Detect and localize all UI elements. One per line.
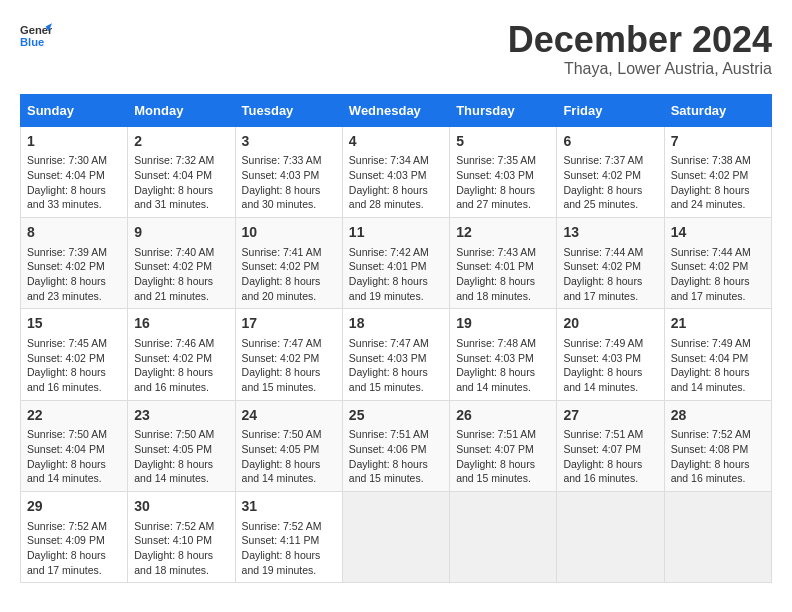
day-info-line: Sunset: 4:10 PM (134, 533, 228, 548)
day-info-line: and 14 minutes. (456, 380, 550, 395)
day-info-line: Sunrise: 7:45 AM (27, 336, 121, 351)
calendar-cell: 31Sunrise: 7:52 AMSunset: 4:11 PMDayligh… (235, 491, 342, 582)
calendar-cell: 30Sunrise: 7:52 AMSunset: 4:10 PMDayligh… (128, 491, 235, 582)
day-number: 30 (134, 497, 228, 517)
day-info-line: Daylight: 8 hours (456, 457, 550, 472)
day-info-line: Daylight: 8 hours (671, 274, 765, 289)
calendar-week-row: 15Sunrise: 7:45 AMSunset: 4:02 PMDayligh… (21, 309, 772, 400)
calendar-header: SundayMondayTuesdayWednesdayThursdayFrid… (21, 94, 772, 126)
day-info-line: Daylight: 8 hours (27, 365, 121, 380)
day-number: 11 (349, 223, 443, 243)
calendar-cell: 17Sunrise: 7:47 AMSunset: 4:02 PMDayligh… (235, 309, 342, 400)
day-info-line: Sunset: 4:02 PM (134, 259, 228, 274)
day-info-line: and 16 minutes. (134, 380, 228, 395)
day-info-line: Sunrise: 7:50 AM (242, 427, 336, 442)
calendar-cell: 14Sunrise: 7:44 AMSunset: 4:02 PMDayligh… (664, 217, 771, 308)
calendar-cell (450, 491, 557, 582)
day-info-line: Daylight: 8 hours (456, 183, 550, 198)
day-info-line: Sunrise: 7:49 AM (563, 336, 657, 351)
day-info-line: and 16 minutes. (27, 380, 121, 395)
month-title: December 2024 (508, 20, 772, 60)
day-number: 4 (349, 132, 443, 152)
day-info-line: Daylight: 8 hours (134, 457, 228, 472)
calendar-cell: 9Sunrise: 7:40 AMSunset: 4:02 PMDaylight… (128, 217, 235, 308)
calendar-cell: 7Sunrise: 7:38 AMSunset: 4:02 PMDaylight… (664, 126, 771, 217)
day-number: 25 (349, 406, 443, 426)
day-info-line: Sunset: 4:04 PM (27, 442, 121, 457)
day-info-line: Sunset: 4:03 PM (349, 168, 443, 183)
day-number: 2 (134, 132, 228, 152)
day-number: 8 (27, 223, 121, 243)
day-info-line: Daylight: 8 hours (242, 183, 336, 198)
day-info-line: Sunset: 4:03 PM (456, 168, 550, 183)
day-info-line: and 18 minutes. (456, 289, 550, 304)
day-info-line: Daylight: 8 hours (242, 457, 336, 472)
calendar-cell: 8Sunrise: 7:39 AMSunset: 4:02 PMDaylight… (21, 217, 128, 308)
day-info-line: Daylight: 8 hours (563, 457, 657, 472)
day-info-line: Sunrise: 7:50 AM (27, 427, 121, 442)
day-info-line: Sunrise: 7:38 AM (671, 153, 765, 168)
day-info-line: Daylight: 8 hours (27, 274, 121, 289)
day-info-line: Sunrise: 7:52 AM (671, 427, 765, 442)
day-number: 23 (134, 406, 228, 426)
day-info-line: Sunrise: 7:51 AM (349, 427, 443, 442)
calendar-cell: 19Sunrise: 7:48 AMSunset: 4:03 PMDayligh… (450, 309, 557, 400)
weekday-header-tuesday: Tuesday (235, 94, 342, 126)
day-info-line: Sunset: 4:01 PM (456, 259, 550, 274)
day-info-line: and 17 minutes. (27, 563, 121, 578)
day-info-line: and 24 minutes. (671, 197, 765, 212)
day-info-line: and 19 minutes. (349, 289, 443, 304)
day-info-line: Sunrise: 7:49 AM (671, 336, 765, 351)
day-info-line: Sunrise: 7:52 AM (134, 519, 228, 534)
day-info-line: and 21 minutes. (134, 289, 228, 304)
day-info-line: Daylight: 8 hours (456, 274, 550, 289)
calendar-cell: 5Sunrise: 7:35 AMSunset: 4:03 PMDaylight… (450, 126, 557, 217)
day-info-line: and 15 minutes. (349, 380, 443, 395)
page-header: General Blue December 2024 Thaya, Lower … (20, 20, 772, 78)
calendar-cell: 22Sunrise: 7:50 AMSunset: 4:04 PMDayligh… (21, 400, 128, 491)
calendar-cell (342, 491, 449, 582)
day-number: 3 (242, 132, 336, 152)
day-info-line: Sunset: 4:02 PM (242, 351, 336, 366)
day-number: 18 (349, 314, 443, 334)
title-area: December 2024 Thaya, Lower Austria, Aust… (508, 20, 772, 78)
day-info-line: Sunrise: 7:35 AM (456, 153, 550, 168)
day-number: 13 (563, 223, 657, 243)
day-info-line: Daylight: 8 hours (27, 548, 121, 563)
day-info-line: Daylight: 8 hours (349, 457, 443, 472)
calendar-cell: 29Sunrise: 7:52 AMSunset: 4:09 PMDayligh… (21, 491, 128, 582)
calendar-cell: 4Sunrise: 7:34 AMSunset: 4:03 PMDaylight… (342, 126, 449, 217)
day-info-line: Sunrise: 7:47 AM (242, 336, 336, 351)
day-info-line: and 14 minutes. (563, 380, 657, 395)
day-info-line: Sunrise: 7:33 AM (242, 153, 336, 168)
weekday-header-thursday: Thursday (450, 94, 557, 126)
day-info-line: Sunrise: 7:34 AM (349, 153, 443, 168)
day-number: 20 (563, 314, 657, 334)
day-info-line: Daylight: 8 hours (349, 183, 443, 198)
day-info-line: and 15 minutes. (456, 471, 550, 486)
weekday-header-sunday: Sunday (21, 94, 128, 126)
day-info-line: and 33 minutes. (27, 197, 121, 212)
day-info-line: Sunset: 4:03 PM (456, 351, 550, 366)
calendar-cell: 27Sunrise: 7:51 AMSunset: 4:07 PMDayligh… (557, 400, 664, 491)
calendar-cell: 10Sunrise: 7:41 AMSunset: 4:02 PMDayligh… (235, 217, 342, 308)
day-number: 1 (27, 132, 121, 152)
day-info-line: and 16 minutes. (671, 471, 765, 486)
day-info-line: Daylight: 8 hours (134, 548, 228, 563)
day-info-line: Sunrise: 7:50 AM (134, 427, 228, 442)
calendar-week-row: 1Sunrise: 7:30 AMSunset: 4:04 PMDaylight… (21, 126, 772, 217)
svg-text:Blue: Blue (20, 36, 44, 48)
day-info-line: Daylight: 8 hours (242, 274, 336, 289)
day-info-line: Daylight: 8 hours (242, 365, 336, 380)
day-info-line: Sunset: 4:11 PM (242, 533, 336, 548)
day-info-line: and 14 minutes. (242, 471, 336, 486)
day-number: 22 (27, 406, 121, 426)
day-info-line: Sunset: 4:02 PM (563, 168, 657, 183)
calendar-cell: 28Sunrise: 7:52 AMSunset: 4:08 PMDayligh… (664, 400, 771, 491)
day-info-line: and 14 minutes. (671, 380, 765, 395)
calendar-cell (557, 491, 664, 582)
day-info-line: Sunrise: 7:51 AM (563, 427, 657, 442)
day-info-line: Sunset: 4:05 PM (134, 442, 228, 457)
calendar-cell: 12Sunrise: 7:43 AMSunset: 4:01 PMDayligh… (450, 217, 557, 308)
day-info-line: and 28 minutes. (349, 197, 443, 212)
